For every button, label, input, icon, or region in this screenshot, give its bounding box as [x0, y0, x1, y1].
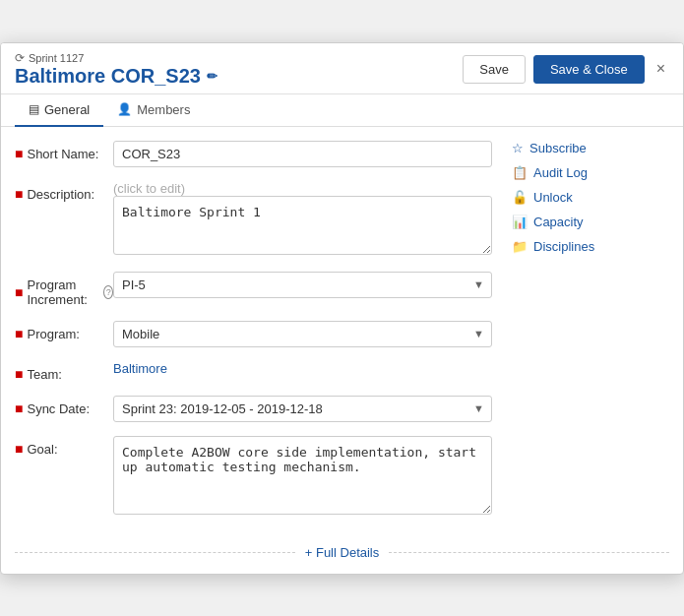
- sync-date-row: ■ Sync Date: Sprint 23: 2019-12-05 - 201…: [15, 396, 492, 422]
- goal-field: Complete A2BOW core side implementation,…: [113, 436, 492, 518]
- lock-icon: 🔓: [512, 190, 528, 205]
- sync-required: ■: [15, 401, 23, 415]
- team-row: ■ Team: Baltimore: [15, 361, 492, 382]
- tabs-bar: ▤ General 👤 Members: [1, 94, 683, 127]
- main-content: ■ Short Name: ■ Description: (click to e…: [15, 141, 512, 531]
- program-field: Mobile Desktop ▼: [113, 321, 492, 347]
- goal-label: ■ Goal:: [15, 436, 113, 457]
- tab-general-label: General: [44, 102, 90, 117]
- sync-date-label: ■ Sync Date:: [15, 396, 113, 416]
- goal-required: ■: [15, 442, 23, 456]
- disciplines-label: Disciplines: [533, 239, 594, 254]
- description-field: (click to edit) Baltimore Sprint 1: [113, 181, 492, 258]
- short-name-input[interactable]: [113, 141, 492, 167]
- tab-members-label: Members: [137, 102, 190, 117]
- audit-log-icon: 📋: [512, 165, 528, 180]
- program-row: ■ Program: Mobile Desktop ▼: [15, 321, 492, 347]
- short-name-field: [113, 141, 492, 167]
- goal-row: ■ Goal: Complete A2BOW core side impleme…: [15, 436, 492, 518]
- modal-title: Baltimore COR_S23 ✏: [15, 65, 218, 88]
- capacity-label: Capacity: [533, 215, 584, 229]
- members-tab-icon: 👤: [117, 102, 132, 116]
- subscribe-label: Subscribe: [529, 141, 587, 155]
- sync-date-field: Sprint 23: 2019-12-05 - 2019-12-18 ▼: [113, 396, 492, 422]
- star-icon: ☆: [512, 141, 524, 155]
- sync-date-select[interactable]: Sprint 23: 2019-12-05 - 2019-12-18: [113, 396, 492, 422]
- pi-label: ■ Program Increment: ?: [15, 272, 113, 307]
- description-textarea[interactable]: Baltimore Sprint 1: [113, 196, 492, 255]
- team-link[interactable]: Baltimore: [113, 361, 167, 376]
- sidebar: ☆ Subscribe 📋 Audit Log 🔓 Unlock 📊 Capac…: [512, 141, 669, 531]
- capacity-icon: 📊: [512, 215, 528, 229]
- subscribe-action[interactable]: ☆ Subscribe: [512, 141, 669, 155]
- description-row: ■ Description: (click to edit) Baltimore…: [15, 181, 492, 258]
- header-actions: Save Save & Close ×: [463, 55, 669, 84]
- pi-help-icon[interactable]: ?: [103, 285, 113, 299]
- pi-field: PI-5 PI-4 PI-6 ▼: [113, 272, 492, 298]
- team-required: ■: [15, 367, 23, 381]
- sprint-label-text: Sprint 1127: [29, 52, 84, 64]
- tab-members[interactable]: 👤 Members: [103, 94, 204, 127]
- general-tab-icon: ▤: [29, 102, 39, 116]
- short-name-label: ■ Short Name:: [15, 141, 113, 161]
- header-left: ⟳ Sprint 1127 Baltimore COR_S23 ✏: [15, 51, 218, 88]
- program-label: ■ Program:: [15, 321, 113, 341]
- description-placeholder[interactable]: (click to edit): [113, 181, 492, 196]
- dashed-line-left: [15, 552, 295, 553]
- team-label: ■ Team:: [15, 361, 113, 382]
- program-increment-row: ■ Program Increment: ? PI-5 PI-4 PI-6 ▼: [15, 272, 492, 307]
- edit-title-icon[interactable]: ✏: [207, 69, 218, 84]
- desc-required: ■: [15, 187, 23, 201]
- audit-log-label: Audit Log: [533, 165, 588, 180]
- dashed-line-right: [389, 552, 669, 553]
- save-close-button[interactable]: Save & Close: [533, 55, 645, 84]
- sync-date-wrapper: Sprint 23: 2019-12-05 - 2019-12-18 ▼: [113, 396, 492, 422]
- program-required: ■: [15, 327, 23, 340]
- pi-required: ■: [15, 285, 23, 299]
- capacity-action[interactable]: 📊 Capacity: [512, 215, 669, 229]
- disciplines-action[interactable]: 📁 Disciplines: [512, 239, 669, 254]
- modal-body: ■ Short Name: ■ Description: (click to e…: [1, 127, 683, 531]
- short-name-required: ■: [15, 147, 23, 160]
- pi-select[interactable]: PI-5 PI-4 PI-6: [113, 272, 492, 298]
- pi-select-wrapper: PI-5 PI-4 PI-6 ▼: [113, 272, 492, 298]
- goal-textarea[interactable]: Complete A2BOW core side implementation,…: [113, 436, 492, 515]
- modal-container: ⟳ Sprint 1127 Baltimore COR_S23 ✏ Save S…: [0, 42, 684, 575]
- full-details-bar: + Full Details: [1, 531, 683, 574]
- short-name-row: ■ Short Name:: [15, 141, 492, 167]
- unlock-label: Unlock: [533, 190, 573, 205]
- sprint-icon: ⟳: [15, 51, 25, 65]
- team-field: Baltimore: [113, 361, 492, 376]
- close-button[interactable]: ×: [653, 58, 669, 80]
- audit-log-action[interactable]: 📋 Audit Log: [512, 165, 669, 180]
- modal-header: ⟳ Sprint 1127 Baltimore COR_S23 ✏ Save S…: [1, 43, 683, 94]
- program-select[interactable]: Mobile Desktop: [113, 321, 492, 347]
- full-details-link[interactable]: + Full Details: [305, 545, 380, 560]
- sprint-label: ⟳ Sprint 1127: [15, 51, 218, 65]
- title-text: Baltimore COR_S23: [15, 65, 201, 88]
- save-button[interactable]: Save: [463, 55, 526, 84]
- unlock-action[interactable]: 🔓 Unlock: [512, 190, 669, 205]
- program-select-wrapper: Mobile Desktop ▼: [113, 321, 492, 347]
- description-label: ■ Description:: [15, 181, 113, 202]
- tab-general[interactable]: ▤ General: [15, 94, 103, 127]
- disciplines-icon: 📁: [512, 239, 528, 254]
